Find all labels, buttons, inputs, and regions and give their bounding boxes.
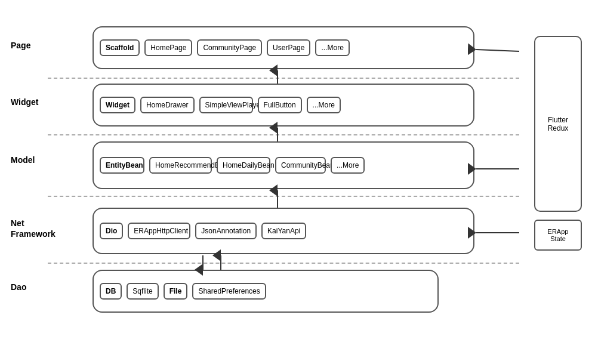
- dao-group: DB Sqflite File SharedPreferences: [93, 270, 439, 313]
- dao-file-box: File: [164, 283, 188, 300]
- erapp-state-box: ERAppState: [534, 220, 582, 251]
- diagram-container: Page Widget Model NetFramework Dao Scaff…: [0, 0, 595, 364]
- widget-group: Widget HomeDrawer SimpleViewPlayer FullB…: [93, 84, 474, 127]
- page-homepage-box: HomePage: [144, 39, 192, 56]
- page-group: Scaffold HomePage CommunityPage UserPage…: [93, 26, 474, 69]
- divider-4: [48, 263, 519, 264]
- widget-more-box: ...More: [307, 97, 341, 113]
- model-communitybean-box: CommunityBean: [275, 157, 326, 174]
- model-entitybean-box: EntityBean: [100, 157, 144, 174]
- net-dio-box: Dio: [100, 223, 123, 239]
- model-label: Model: [11, 155, 35, 165]
- net-kaiyanapi-box: KaiYanApi: [261, 223, 306, 239]
- widget-simpleviewplayer-box: SimpleViewPlayer: [199, 97, 253, 113]
- dao-db-box: DB: [100, 283, 122, 300]
- net-label: NetFramework: [11, 218, 56, 239]
- divider-2: [48, 134, 519, 135]
- page-userpage-box: UserPage: [267, 39, 310, 56]
- page-label: Page: [11, 41, 30, 50]
- dao-sharedpreferences-box: SharedPreferences: [192, 283, 266, 300]
- model-more-box: ...More: [331, 157, 365, 174]
- page-scaffold-box: Scaffold: [100, 39, 140, 56]
- net-erapphttpclient-box: ERAppHttpClient: [128, 223, 190, 239]
- model-homedailybean-box: HomeDailyBean: [217, 157, 270, 174]
- page-more-box: ...More: [315, 39, 349, 56]
- svg-line-8: [476, 50, 519, 51]
- divider-3: [48, 196, 519, 197]
- widget-homedrawer-box: HomeDrawer: [140, 97, 195, 113]
- net-jsonannotation-box: JsonAnnotation: [195, 223, 257, 239]
- model-homerecommendbean-box: HomeRecommendBean: [149, 157, 212, 174]
- widget-fullbutton-box: FullButton: [258, 97, 302, 113]
- divider-1: [48, 78, 519, 79]
- erapp-state-label: ERAppState: [548, 228, 569, 242]
- page-communitypage-box: CommunityPage: [197, 39, 262, 56]
- model-group: EntityBean HomeRecommendBean HomeDailyBe…: [93, 141, 474, 189]
- dao-label: Dao: [11, 282, 26, 292]
- flutter-redux-box: FlutterRedux: [534, 36, 582, 212]
- flutter-redux-label: FlutterRedux: [548, 116, 569, 132]
- net-group: Dio ERAppHttpClient JsonAnnotation KaiYa…: [93, 208, 474, 254]
- dao-sqflite-box: Sqflite: [127, 283, 158, 300]
- widget-label: Widget: [11, 97, 39, 107]
- widget-widget-box: Widget: [100, 97, 135, 113]
